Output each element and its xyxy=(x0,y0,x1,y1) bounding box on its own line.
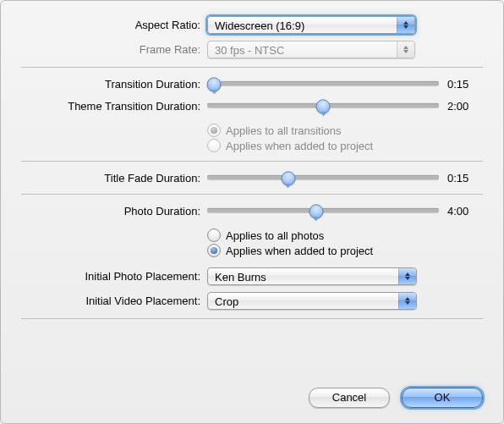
separator xyxy=(21,194,483,195)
frame-rate-value: 30 fps - NTSC xyxy=(215,44,284,57)
initial-photo-placement-value: Ken Burns xyxy=(215,271,266,284)
initial-video-placement-row: Initial Video Placement: Crop xyxy=(21,292,483,310)
ok-button[interactable]: OK xyxy=(402,388,483,408)
theme-transition-duration-row: Theme Transition Duration: 2:00 xyxy=(21,98,483,113)
title-fade-duration-row: Title Fade Duration: 0:15 xyxy=(21,170,483,185)
frame-rate-label: Frame Rate: xyxy=(21,43,207,56)
radio-icon[interactable] xyxy=(207,244,221,257)
transition-duration-value: 0:15 xyxy=(439,78,483,91)
initial-video-placement-label: Initial Video Placement: xyxy=(21,295,207,307)
initial-photo-placement-row: Initial Photo Placement: Ken Burns xyxy=(21,267,483,285)
photo-scope-all-label: Applies to all photos xyxy=(226,229,324,242)
frame-rate-popup: 30 fps - NTSC xyxy=(207,41,415,58)
transition-scope-all-label: Applies to all transitions xyxy=(226,124,342,137)
slider-thumb[interactable] xyxy=(309,204,323,218)
slider-track xyxy=(207,175,439,181)
transition-scope-added-row: Applies when added to project xyxy=(207,139,483,152)
theme-transition-duration-label: Theme Transition Duration: xyxy=(21,100,207,113)
aspect-ratio-value: Widescreen (16:9) xyxy=(215,19,304,32)
slider-thumb[interactable] xyxy=(281,171,295,185)
transition-scope-all-row: Applies to all transitions xyxy=(207,124,483,137)
updown-icon xyxy=(398,268,416,284)
photo-duration-slider[interactable] xyxy=(207,203,439,218)
photo-duration-row: Photo Duration: 4:00 xyxy=(21,203,483,218)
transition-duration-slider[interactable] xyxy=(207,76,439,91)
frame-rate-row: Frame Rate: 30 fps - NTSC xyxy=(21,41,483,58)
separator xyxy=(21,67,483,68)
initial-photo-placement-popup[interactable]: Ken Burns xyxy=(207,267,417,285)
preferences-panel: Aspect Ratio: Widescreen (16:9) Frame Ra… xyxy=(0,0,504,424)
title-fade-duration-value: 0:15 xyxy=(439,172,483,184)
updown-icon xyxy=(397,41,414,58)
aspect-ratio-row: Aspect Ratio: Widescreen (16:9) xyxy=(21,16,483,34)
slider-thumb[interactable] xyxy=(207,77,222,91)
theme-transition-duration-slider[interactable] xyxy=(207,98,439,113)
title-fade-duration-slider[interactable] xyxy=(207,170,439,185)
radio-icon[interactable] xyxy=(207,229,221,242)
aspect-ratio-popup[interactable]: Widescreen (16:9) xyxy=(207,16,415,34)
slider-track xyxy=(207,81,439,87)
separator xyxy=(21,318,483,319)
updown-icon xyxy=(397,17,414,33)
initial-video-placement-popup[interactable]: Crop xyxy=(207,292,417,310)
cancel-button[interactable]: Cancel xyxy=(309,388,390,408)
aspect-ratio-label: Aspect Ratio: xyxy=(21,19,207,31)
photo-scope-all-row[interactable]: Applies to all photos xyxy=(207,229,483,242)
title-fade-duration-label: Title Fade Duration: xyxy=(21,172,207,184)
transition-scope-added-label: Applies when added to project xyxy=(226,140,373,152)
initial-video-placement-value: Crop xyxy=(215,295,238,308)
radio-icon xyxy=(207,139,221,152)
photo-scope-added-row[interactable]: Applies when added to project xyxy=(207,244,483,257)
button-bar: Cancel OK xyxy=(309,388,483,408)
initial-photo-placement-label: Initial Photo Placement: xyxy=(21,270,207,283)
photo-scope-added-label: Applies when added to project xyxy=(226,245,373,257)
slider-thumb[interactable] xyxy=(316,99,331,113)
transition-duration-row: Transition Duration: 0:15 xyxy=(21,76,483,91)
radio-icon xyxy=(207,124,221,137)
photo-duration-value: 4:00 xyxy=(439,205,483,218)
updown-icon xyxy=(398,293,416,309)
separator xyxy=(21,161,483,162)
transition-duration-label: Transition Duration: xyxy=(21,78,207,91)
theme-transition-duration-value: 2:00 xyxy=(439,100,483,113)
photo-duration-label: Photo Duration: xyxy=(21,205,207,218)
